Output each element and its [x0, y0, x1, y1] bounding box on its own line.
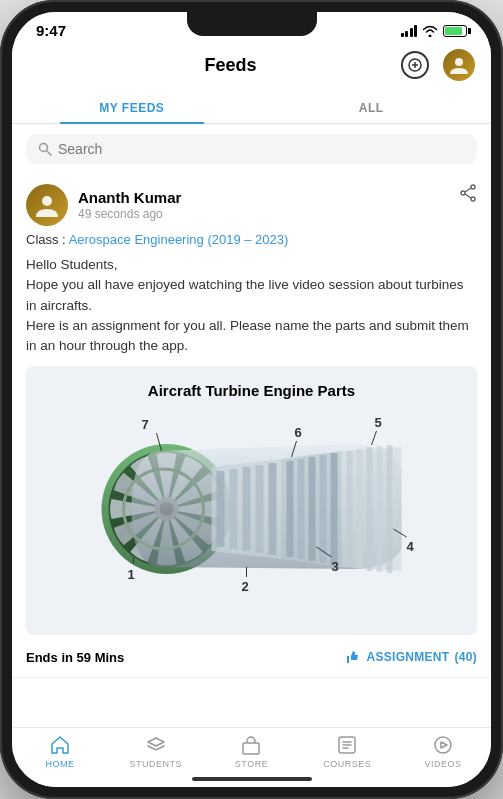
engine-title: Aircraft Turbine Engine Parts — [42, 382, 461, 399]
nav-students-label: STUDENTS — [129, 759, 182, 769]
status-icons — [401, 25, 468, 37]
nav-courses[interactable]: COURSES — [299, 734, 395, 769]
courses-icon — [336, 734, 358, 756]
feed-item: Ananth Kumar 49 seconds ago — [12, 172, 491, 678]
header-title: Feeds — [60, 55, 401, 76]
students-icon — [145, 734, 167, 756]
feed-image: Aircraft Turbine Engine Parts — [26, 366, 477, 635]
svg-rect-23 — [309, 457, 316, 561]
add-feed-button[interactable] — [401, 51, 429, 79]
svg-rect-24 — [320, 455, 327, 563]
phone-notch — [187, 12, 317, 36]
svg-rect-18 — [243, 467, 251, 551]
store-icon — [240, 734, 262, 756]
poster-details: Ananth Kumar 49 seconds ago — [78, 189, 181, 221]
svg-point-3 — [455, 58, 463, 66]
thumbs-up-icon — [345, 649, 361, 665]
phone-screen: 9:47 Feeds — [12, 12, 491, 787]
nav-videos[interactable]: VIDEOS — [395, 734, 491, 769]
turbine-image: 1 2 3 4 — [42, 409, 461, 619]
svg-text:2: 2 — [242, 579, 249, 594]
status-time: 9:47 — [36, 22, 66, 39]
videos-icon — [432, 734, 454, 756]
nav-videos-label: VIDEOS — [425, 759, 462, 769]
engine-diagram: Aircraft Turbine Engine Parts — [26, 366, 477, 635]
post-timestamp: 49 seconds ago — [78, 207, 181, 221]
svg-text:3: 3 — [332, 559, 339, 574]
feed-content: Ananth Kumar 49 seconds ago — [12, 172, 491, 727]
search-icon — [38, 142, 52, 156]
wifi-icon — [422, 25, 438, 37]
svg-rect-19 — [256, 465, 264, 553]
svg-rect-25 — [331, 453, 338, 565]
signal-icon — [401, 25, 418, 37]
svg-point-7 — [471, 185, 475, 189]
feed-text-body: Hello Students, Hope you all have enjoye… — [26, 255, 477, 356]
feed-footer: Ends in 59 Mins ASSIGNMENT (40) — [26, 645, 477, 665]
nav-store[interactable]: STORE — [204, 734, 300, 769]
ends-in-label: Ends in 59 Mins — [26, 650, 124, 665]
svg-text:1: 1 — [128, 567, 135, 582]
feed-user-info: Ananth Kumar 49 seconds ago — [26, 184, 181, 226]
svg-rect-20 — [269, 463, 277, 555]
svg-line-5 — [47, 151, 52, 156]
feed-item-header: Ananth Kumar 49 seconds ago — [26, 184, 477, 226]
search-bar[interactable] — [26, 134, 477, 164]
share-button[interactable] — [459, 184, 477, 206]
nav-home-label: HOME — [45, 759, 74, 769]
svg-rect-16 — [217, 471, 225, 547]
nav-home[interactable]: HOME — [12, 734, 108, 769]
poster-avatar — [26, 184, 68, 226]
svg-rect-30 — [387, 445, 393, 573]
class-label: Class : Aerospace Engineering (2019 – 20… — [26, 232, 477, 247]
svg-rect-17 — [230, 469, 238, 549]
svg-text:4: 4 — [407, 539, 415, 554]
nav-courses-label: COURSES — [323, 759, 371, 769]
svg-line-40 — [372, 431, 377, 445]
svg-text:6: 6 — [295, 425, 302, 440]
svg-point-8 — [471, 197, 475, 201]
search-input[interactable] — [58, 141, 465, 157]
phone-frame: 9:47 Feeds — [0, 0, 503, 799]
svg-rect-22 — [298, 459, 305, 559]
home-icon — [49, 734, 71, 756]
svg-text:5: 5 — [375, 415, 382, 430]
feed-tabs: MY FEEDS ALL — [12, 91, 491, 124]
battery-icon — [443, 25, 467, 37]
user-avatar-header[interactable] — [443, 49, 475, 81]
svg-line-11 — [465, 194, 471, 198]
tab-all[interactable]: ALL — [252, 91, 492, 123]
svg-point-6 — [42, 196, 52, 206]
app-header: Feeds — [12, 43, 491, 91]
svg-rect-27 — [357, 449, 363, 569]
poster-name: Ananth Kumar — [78, 189, 181, 206]
svg-rect-28 — [367, 447, 373, 571]
svg-rect-29 — [377, 446, 383, 572]
svg-rect-26 — [347, 451, 353, 567]
svg-point-9 — [461, 191, 465, 195]
svg-line-10 — [465, 188, 471, 192]
assignment-button[interactable]: ASSIGNMENT (40) — [345, 649, 477, 665]
svg-rect-46 — [243, 743, 259, 754]
home-indicator — [192, 777, 312, 781]
nav-store-label: STORE — [235, 759, 268, 769]
class-link[interactable]: Aerospace Engineering (2019 – 2023) — [69, 232, 289, 247]
svg-text:7: 7 — [142, 417, 149, 432]
svg-rect-21 — [287, 461, 294, 557]
svg-point-48 — [435, 737, 451, 753]
nav-students[interactable]: STUDENTS — [108, 734, 204, 769]
tab-my-feeds[interactable]: MY FEEDS — [12, 91, 252, 123]
